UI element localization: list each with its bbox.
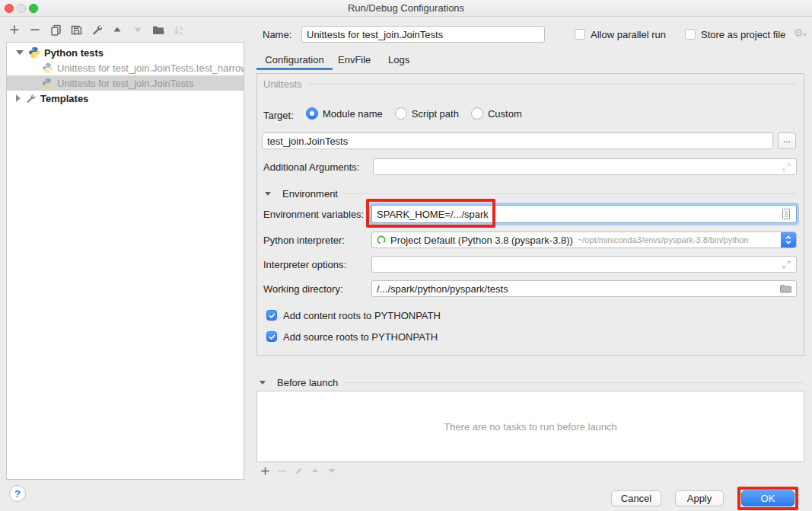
move-task-down-button[interactable]: [326, 465, 337, 476]
move-down-button[interactable]: [131, 23, 145, 37]
collapse-environment-icon[interactable]: [265, 192, 271, 196]
conda-env-icon: [376, 235, 387, 245]
tab-logs[interactable]: Logs: [388, 54, 409, 65]
new-folder-button[interactable]: [151, 23, 165, 37]
python-interpreter-path: ~/opt/miniconda3/envs/pyspark-3.8/bin/py…: [578, 235, 749, 244]
sort-configurations-button[interactable]: az: [172, 23, 186, 37]
help-button[interactable]: ?: [9, 485, 26, 502]
copy-configuration-button[interactable]: [49, 23, 62, 37]
tree-item-python-tests[interactable]: Python tests: [7, 45, 244, 60]
apply-button[interactable]: Apply: [675, 490, 724, 506]
tree-item-label: Unittests for test_join.JoinTests: [57, 78, 193, 89]
configurations-toolbar: az: [8, 23, 186, 37]
name-value: Unittests for test_join.JoinTests: [307, 29, 443, 40]
folder-icon[interactable]: [779, 283, 791, 294]
tree-item-label: Templates: [40, 93, 88, 104]
before-launch-task-list[interactable]: There are no tasks to run before launch: [256, 391, 804, 462]
interpreter-options-input[interactable]: [371, 256, 797, 273]
target-custom-radio[interactable]: [471, 107, 483, 120]
working-directory-value: /.../spark/python/pyspark/tests: [377, 283, 508, 295]
python-interpreter-dropdown[interactable]: Project Default (Python 3.8 (pyspark-3.8…: [371, 232, 797, 248]
module-name-value: test_join.JoinTests: [267, 136, 348, 147]
chevron-down-icon[interactable]: [16, 50, 24, 55]
tree-item-label: Unittests for test_join.JoinTests.test_n…: [57, 62, 244, 74]
svg-text:a: a: [180, 24, 183, 30]
collapse-before-launch-icon[interactable]: [260, 381, 266, 385]
python-icon: [42, 62, 53, 74]
divider: [344, 382, 804, 383]
allow-parallel-run-label: Allow parallel run: [591, 29, 666, 40]
wrench-icon: [25, 93, 37, 104]
edit-task-button[interactable]: [293, 465, 304, 476]
divider: [308, 84, 796, 85]
remove-configuration-button[interactable]: [28, 23, 42, 37]
configuration-panel: Unittests Target: Module name Script pat…: [256, 73, 804, 356]
python-icon: [28, 46, 40, 59]
svg-text:z: z: [180, 30, 183, 36]
before-launch-empty-text: There are no tasks to run before launch: [444, 421, 617, 433]
expand-field-icon[interactable]: [782, 162, 791, 172]
save-configuration-button[interactable]: [69, 23, 83, 37]
add-content-roots-checkbox[interactable]: [266, 310, 277, 321]
remove-task-button[interactable]: [276, 465, 287, 476]
edit-templates-button[interactable]: [90, 23, 103, 37]
tab-envfile[interactable]: EnvFile: [338, 54, 371, 65]
additional-arguments-input[interactable]: [373, 158, 797, 175]
working-directory-label: Working directory:: [263, 283, 343, 295]
add-task-button[interactable]: [260, 465, 270, 476]
python-interpreter-label: Python interpreter:: [263, 235, 345, 246]
name-input[interactable]: Unittests for test_join.JoinTests: [301, 26, 545, 43]
target-custom-label: Custom: [488, 108, 522, 120]
help-question-icon: ?: [14, 488, 21, 500]
gear-icon[interactable]: ⚙▾: [794, 27, 807, 39]
configurations-tree: Python tests Unittests for test_join.Joi…: [6, 42, 244, 480]
tree-item-unittests-test-narrow[interactable]: Unittests for test_join.JoinTests.test_n…: [7, 60, 244, 75]
browse-module-button[interactable]: ...: [778, 133, 796, 149]
tab-configuration[interactable]: Configuration: [256, 54, 333, 65]
chevron-right-icon[interactable]: [16, 94, 21, 102]
add-source-roots-label: Add source roots to PYTHONPATH: [283, 331, 438, 343]
ellipsis-icon: ...: [783, 134, 791, 145]
environment-variables-value: SPARK_HOME=/.../spark: [377, 209, 489, 220]
window-title: Run/Debug Configurations: [0, 2, 812, 14]
environment-variables-input[interactable]: SPARK_HOME=/.../spark: [371, 205, 797, 223]
divider: [344, 193, 796, 194]
python-icon: [42, 78, 53, 89]
interpreter-options-label: Interpreter options:: [263, 259, 346, 270]
name-label: Name:: [263, 29, 291, 40]
allow-parallel-run-checkbox[interactable]: [575, 29, 585, 40]
store-as-project-file-label: Store as project file: [701, 29, 785, 40]
tree-item-label: Python tests: [44, 47, 103, 59]
additional-arguments-label: Additional Arguments:: [263, 161, 359, 173]
add-source-roots-checkbox[interactable]: [266, 331, 277, 342]
python-interpreter-value: Project Default (Python 3.8 (pyspark-3.8…: [390, 235, 573, 246]
store-as-project-file-checkbox[interactable]: [685, 29, 696, 40]
tree-item-unittests-jointests-selected[interactable]: Unittests for test_join.JoinTests: [7, 75, 244, 91]
move-task-up-button[interactable]: [310, 465, 320, 476]
target-module-name-label: Module name: [323, 108, 383, 120]
dropdown-chevron-icon[interactable]: [781, 232, 796, 248]
expand-field-icon[interactable]: [782, 260, 791, 270]
env-vars-browse-icon[interactable]: [781, 208, 791, 220]
target-script-path-radio[interactable]: [395, 107, 407, 120]
before-launch-toolbar: [260, 465, 337, 476]
add-configuration-button[interactable]: [8, 23, 21, 37]
titlebar: Run/Debug Configurations: [0, 0, 812, 17]
environment-variables-label: Environment variables:: [263, 209, 364, 220]
unittests-group-label: Unittests: [263, 78, 302, 90]
active-tab-underline: [256, 68, 333, 70]
module-name-input[interactable]: test_join.JoinTests: [262, 133, 773, 149]
cancel-button[interactable]: Cancel: [611, 490, 661, 506]
tree-item-templates[interactable]: Templates: [7, 91, 244, 106]
move-up-button[interactable]: [110, 23, 124, 37]
target-module-name-radio[interactable]: [306, 107, 318, 120]
target-script-path-label: Script path: [412, 108, 459, 120]
environment-section-label: Environment: [282, 188, 338, 200]
before-launch-section-label: Before launch: [277, 377, 338, 388]
working-directory-input[interactable]: /.../spark/python/pyspark/tests: [371, 280, 797, 297]
add-content-roots-label: Add content roots to PYTHONPATH: [283, 310, 441, 321]
ok-button[interactable]: OK: [741, 490, 794, 506]
target-label: Target:: [263, 110, 294, 121]
